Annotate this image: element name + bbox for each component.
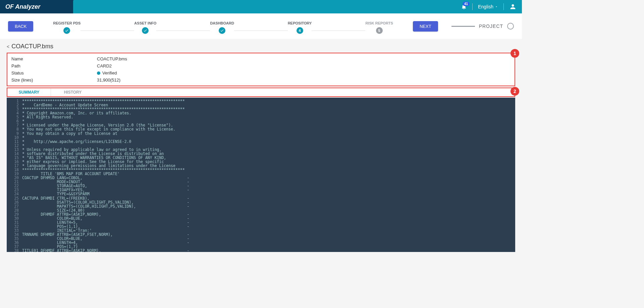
detail-row: PathCARD2 [11, 62, 511, 69]
detail-value: 31,900(512) [97, 78, 511, 83]
code-line: 25CACTUPA DFHMDI CTRL=(FREEKB), - [7, 196, 515, 200]
line-number: 13 [10, 148, 19, 152]
tab-summary[interactable]: SUMMARY [7, 88, 51, 96]
code-viewer[interactable]: 1***************************************… [7, 98, 515, 252]
step-repository[interactable]: REPOSITORY4 [288, 21, 312, 34]
breadcrumb: < COACTUP.bms [7, 43, 515, 50]
back-button[interactable]: BACK [8, 21, 33, 32]
detail-value: CARD2 [97, 63, 511, 68]
step-label: DASHBOARD [210, 21, 234, 25]
code-line: 9* You may obtain a copy of the License … [7, 132, 515, 136]
code-text: * [22, 136, 24, 140]
project-progress-indicator: PROJECT [451, 23, 514, 30]
code-line: 10* [7, 136, 515, 140]
code-text: MAPATTS=(COLOR,HILIGHT,PS,VALIDN), - [22, 204, 190, 208]
header-divider [503, 3, 504, 10]
annotation-marker-1: 1 [511, 49, 519, 58]
header-divider [472, 3, 473, 10]
line-number: 27 [10, 204, 19, 208]
code-line: 27 MAPATTS=(COLOR,HILIGHT,PS,VALIDN), - [7, 204, 515, 208]
code-text: * [22, 144, 24, 148]
check-icon [219, 27, 225, 34]
line-number: 8 [10, 127, 19, 131]
detail-value: COACTUP.bms [97, 56, 511, 61]
detail-label: Size (lines) [11, 78, 97, 83]
line-number: 29 [10, 212, 19, 216]
code-line: 29 DFHMDF ATTRB=(ASKIP,NORM), - [7, 212, 515, 216]
code-line: 12* [7, 144, 515, 148]
tabs-panel: 2 SUMMARYHISTORY [7, 88, 515, 97]
line-number: 10 [10, 136, 19, 140]
annotation-marker-2: 2 [511, 87, 519, 96]
step-asset-info[interactable]: ASSET INFO [134, 21, 156, 34]
step-label: ASSET INFO [134, 21, 156, 25]
detail-row: StatusVerified [11, 69, 511, 76]
step-dashboard[interactable]: DASHBOARD [210, 21, 234, 34]
code-text: * You may obtain a copy of the License a… [22, 132, 117, 136]
step-number-icon: 5 [376, 27, 383, 34]
step-label: REGISTER PDS [53, 21, 80, 25]
check-icon [63, 27, 70, 34]
step-label: RISK REPORTS [365, 21, 393, 25]
code-line: 11* http://www.apache.org/licenses/LICEN… [7, 140, 515, 144]
step-register-pds[interactable]: REGISTER PDS [53, 21, 80, 34]
project-label: PROJECT [479, 23, 503, 29]
code-line: 28 SIZE=(24,80) [7, 208, 515, 212]
code-line: 26 DSATTS=(COLOR,HILIGHT,PS,VALIDN), - [7, 200, 515, 204]
detail-row: Size (lines)31,900(512) [11, 76, 511, 84]
status-dot-icon [97, 71, 100, 75]
user-icon[interactable] [509, 3, 517, 10]
notification-count-badge: 41 [463, 2, 470, 6]
code-line: 4* Copyright Amazon.com, Inc. or its aff… [7, 111, 515, 115]
detail-value: Verified [97, 70, 511, 75]
check-icon [142, 27, 149, 34]
app-logo: OF Analyzer [5, 3, 40, 10]
line-number: 26 [10, 200, 19, 204]
page-title: COACTUP.bms [11, 43, 53, 50]
code-line: 5* All Rights Reserved. [7, 115, 515, 119]
project-circle-icon [507, 23, 514, 30]
step-connector [312, 31, 365, 31]
step-risk-reports[interactable]: RISK REPORTS5 [365, 21, 393, 34]
tab-history[interactable]: HISTORY [51, 88, 95, 96]
breadcrumb-back-chevron-icon[interactable]: < [7, 44, 9, 49]
code-text: * http://www.apache.org/licenses/LICENSE… [22, 140, 131, 144]
code-text: * You may not use this file except in co… [22, 127, 175, 131]
step-connector [234, 31, 288, 31]
line-number: 9 [10, 132, 19, 136]
notifications-button[interactable]: 41 [461, 4, 467, 10]
step-connector [156, 31, 210, 31]
code-line: 36 LENGTH=4, - [7, 241, 515, 245]
line-number: 11 [10, 140, 19, 144]
code-text: CACTUPA DFHMDI CTRL=(FREEKB), - [22, 196, 190, 200]
language-label: English [478, 4, 493, 9]
detail-label: Name [11, 56, 97, 61]
next-button[interactable]: NEXT [413, 21, 438, 32]
step-connector [80, 31, 134, 31]
step-number-icon: 4 [297, 27, 303, 34]
progress-steps-bar: BACK REGISTER PDSASSET INFODASHBOARDREPO… [0, 13, 522, 39]
code-text: * Unless required by applicable law or a… [22, 148, 161, 152]
code-text: SIZE=(24,80) [22, 208, 85, 212]
code-line: 24 TYPE=&&SYSPARM [7, 192, 515, 196]
line-number: 24 [10, 192, 19, 196]
code-line: 8* You may not use this file except in c… [7, 127, 515, 131]
file-details-panel: 1 NameCOACTUP.bmsPathCARD2StatusVerified… [7, 53, 515, 86]
code-text: * All Rights Reserved. [22, 115, 73, 119]
detail-label: Status [11, 70, 97, 75]
chevron-down-icon [495, 5, 498, 8]
language-selector[interactable]: English [478, 4, 498, 9]
code-text: TITLE01 DFHMDF ATTRB=(ASKIP,NORM), - [22, 249, 190, 252]
step-label: REPOSITORY [288, 21, 312, 25]
line-number: 38 [10, 249, 19, 252]
detail-row: NameCOACTUP.bms [11, 55, 511, 62]
line-number: 25 [10, 196, 19, 200]
detail-label: Path [11, 63, 97, 68]
code-text: DFHMDF ATTRB=(ASKIP,NORM), - [22, 212, 190, 216]
code-line: 13* Unless required by applicable law or… [7, 148, 515, 152]
line-number: 12 [10, 144, 19, 148]
code-line: 38TITLE01 DFHMDF ATTRB=(ASKIP,NORM), - [7, 249, 515, 252]
code-text: TYPE=&&SYSPARM [22, 192, 90, 196]
line-number: 28 [10, 208, 19, 212]
app-header: OF Analyzer 41 English [0, 0, 522, 13]
